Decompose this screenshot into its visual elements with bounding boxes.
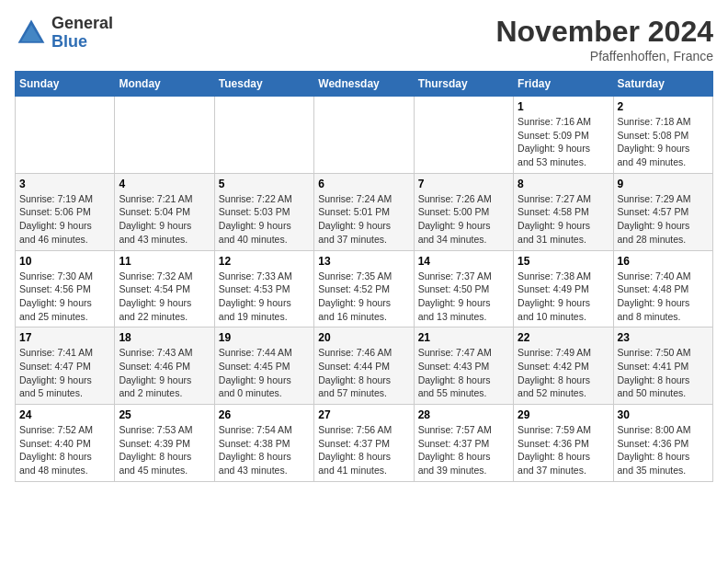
calendar-cell: 12Sunrise: 7:33 AM Sunset: 4:53 PM Dayli… — [214, 250, 313, 327]
header-thursday: Thursday — [414, 72, 513, 97]
calendar-cell: 10Sunrise: 7:30 AM Sunset: 4:56 PM Dayli… — [16, 250, 115, 327]
calendar-cell — [214, 97, 313, 174]
day-info: Sunrise: 7:30 AM Sunset: 4:56 PM Dayligh… — [19, 270, 110, 324]
day-info: Sunrise: 7:21 AM Sunset: 5:04 PM Dayligh… — [119, 192, 210, 247]
day-number: 11 — [119, 255, 210, 268]
day-info: Sunrise: 7:40 AM Sunset: 4:48 PM Dayligh… — [618, 270, 709, 324]
weekday-header-row: SundayMondayTuesdayWednesdayThursdayFrid… — [16, 72, 713, 97]
calendar-cell: 29Sunrise: 7:59 AM Sunset: 4:36 PM Dayli… — [514, 405, 613, 482]
day-info: Sunrise: 7:38 AM Sunset: 4:49 PM Dayligh… — [518, 270, 609, 324]
day-number: 23 — [618, 331, 709, 344]
day-info: Sunrise: 7:33 AM Sunset: 4:53 PM Dayligh… — [219, 270, 310, 324]
day-number: 22 — [518, 331, 609, 344]
title-block: November 2024 Pfaffenhoffen, France — [495, 15, 713, 63]
day-info: Sunrise: 7:37 AM Sunset: 4:50 PM Dayligh… — [418, 270, 509, 324]
header-monday: Monday — [115, 72, 214, 97]
logo-blue: Blue — [51, 33, 113, 52]
day-info: Sunrise: 7:22 AM Sunset: 5:03 PM Dayligh… — [219, 192, 310, 247]
day-number: 27 — [318, 408, 409, 421]
day-number: 25 — [119, 408, 210, 421]
day-info: Sunrise: 7:47 AM Sunset: 4:43 PM Dayligh… — [418, 346, 509, 400]
day-number: 13 — [318, 255, 409, 268]
day-number: 19 — [219, 331, 310, 344]
day-number: 16 — [618, 255, 709, 268]
calendar: SundayMondayTuesdayWednesdayThursdayFrid… — [15, 71, 713, 482]
logo-general: General — [51, 15, 113, 33]
week-row-1: 1Sunrise: 7:16 AM Sunset: 5:09 PM Daylig… — [16, 97, 713, 174]
day-number: 5 — [219, 178, 310, 190]
calendar-cell: 11Sunrise: 7:32 AM Sunset: 4:54 PM Dayli… — [115, 250, 214, 327]
day-number: 1 — [518, 100, 609, 113]
week-row-4: 17Sunrise: 7:41 AM Sunset: 4:47 PM Dayli… — [16, 327, 713, 405]
day-info: Sunrise: 7:27 AM Sunset: 4:58 PM Dayligh… — [518, 192, 609, 247]
day-info: Sunrise: 7:56 AM Sunset: 4:37 PM Dayligh… — [318, 423, 409, 477]
day-number: 17 — [19, 331, 110, 344]
calendar-cell: 27Sunrise: 7:56 AM Sunset: 4:37 PM Dayli… — [314, 405, 414, 482]
header-saturday: Saturday — [613, 72, 712, 97]
calendar-cell: 18Sunrise: 7:43 AM Sunset: 4:46 PM Dayli… — [115, 327, 214, 405]
day-number: 8 — [518, 178, 609, 190]
header-sunday: Sunday — [16, 72, 115, 97]
day-info: Sunrise: 7:35 AM Sunset: 4:52 PM Dayligh… — [318, 270, 409, 324]
day-number: 9 — [618, 178, 709, 190]
header-tuesday: Tuesday — [214, 72, 313, 97]
day-number: 24 — [19, 408, 110, 421]
calendar-cell: 8Sunrise: 7:27 AM Sunset: 4:58 PM Daylig… — [514, 173, 613, 250]
calendar-cell: 3Sunrise: 7:19 AM Sunset: 5:06 PM Daylig… — [16, 173, 115, 250]
day-number: 3 — [19, 178, 110, 190]
calendar-cell: 22Sunrise: 7:49 AM Sunset: 4:42 PM Dayli… — [514, 327, 613, 405]
day-info: Sunrise: 7:24 AM Sunset: 5:01 PM Dayligh… — [318, 192, 409, 247]
calendar-cell: 28Sunrise: 7:57 AM Sunset: 4:37 PM Dayli… — [414, 405, 513, 482]
calendar-cell: 1Sunrise: 7:16 AM Sunset: 5:09 PM Daylig… — [514, 97, 613, 174]
calendar-cell — [314, 97, 414, 174]
day-info: Sunrise: 7:44 AM Sunset: 4:45 PM Dayligh… — [219, 346, 310, 400]
calendar-cell: 25Sunrise: 7:53 AM Sunset: 4:39 PM Dayli… — [115, 405, 214, 482]
day-number: 7 — [418, 178, 509, 190]
day-info: Sunrise: 7:53 AM Sunset: 4:39 PM Dayligh… — [119, 423, 210, 477]
calendar-cell: 4Sunrise: 7:21 AM Sunset: 5:04 PM Daylig… — [115, 173, 214, 250]
logo-text: General Blue — [51, 15, 113, 52]
week-row-2: 3Sunrise: 7:19 AM Sunset: 5:06 PM Daylig… — [16, 173, 713, 250]
header-wednesday: Wednesday — [314, 72, 414, 97]
calendar-cell: 5Sunrise: 7:22 AM Sunset: 5:03 PM Daylig… — [214, 173, 313, 250]
day-number: 20 — [318, 331, 409, 344]
calendar-cell — [115, 97, 214, 174]
day-info: Sunrise: 7:16 AM Sunset: 5:09 PM Dayligh… — [518, 115, 609, 169]
location: Pfaffenhoffen, France — [495, 49, 713, 63]
day-number: 6 — [318, 178, 409, 190]
day-number: 21 — [418, 331, 509, 344]
calendar-cell: 2Sunrise: 7:18 AM Sunset: 5:08 PM Daylig… — [613, 97, 712, 174]
day-number: 29 — [518, 408, 609, 421]
calendar-cell: 9Sunrise: 7:29 AM Sunset: 4:57 PM Daylig… — [613, 173, 712, 250]
day-info: Sunrise: 7:46 AM Sunset: 4:44 PM Dayligh… — [318, 346, 409, 400]
day-number: 26 — [219, 408, 310, 421]
calendar-cell: 6Sunrise: 7:24 AM Sunset: 5:01 PM Daylig… — [314, 173, 414, 250]
calendar-cell: 21Sunrise: 7:47 AM Sunset: 4:43 PM Dayli… — [414, 327, 513, 405]
calendar-cell: 17Sunrise: 7:41 AM Sunset: 4:47 PM Dayli… — [16, 327, 115, 405]
day-number: 14 — [418, 255, 509, 268]
day-number: 2 — [618, 100, 709, 113]
day-info: Sunrise: 7:32 AM Sunset: 4:54 PM Dayligh… — [119, 270, 210, 324]
calendar-cell: 20Sunrise: 7:46 AM Sunset: 4:44 PM Dayli… — [314, 327, 414, 405]
day-info: Sunrise: 7:29 AM Sunset: 4:57 PM Dayligh… — [618, 192, 709, 247]
header-friday: Friday — [514, 72, 613, 97]
day-info: Sunrise: 7:26 AM Sunset: 5:00 PM Dayligh… — [418, 192, 509, 247]
day-number: 30 — [618, 408, 709, 421]
month-title: November 2024 — [495, 15, 713, 49]
calendar-cell: 19Sunrise: 7:44 AM Sunset: 4:45 PM Dayli… — [214, 327, 313, 405]
calendar-cell: 24Sunrise: 7:52 AM Sunset: 4:40 PM Dayli… — [16, 405, 115, 482]
week-row-5: 24Sunrise: 7:52 AM Sunset: 4:40 PM Dayli… — [16, 405, 713, 482]
calendar-cell — [16, 97, 115, 174]
day-info: Sunrise: 7:59 AM Sunset: 4:36 PM Dayligh… — [518, 423, 609, 477]
calendar-cell: 30Sunrise: 8:00 AM Sunset: 4:36 PM Dayli… — [613, 405, 712, 482]
calendar-cell: 14Sunrise: 7:37 AM Sunset: 4:50 PM Dayli… — [414, 250, 513, 327]
day-number: 15 — [518, 255, 609, 268]
day-info: Sunrise: 7:52 AM Sunset: 4:40 PM Dayligh… — [19, 423, 110, 477]
calendar-cell: 16Sunrise: 7:40 AM Sunset: 4:48 PM Dayli… — [613, 250, 712, 327]
week-row-3: 10Sunrise: 7:30 AM Sunset: 4:56 PM Dayli… — [16, 250, 713, 327]
calendar-cell: 13Sunrise: 7:35 AM Sunset: 4:52 PM Dayli… — [314, 250, 414, 327]
day-info: Sunrise: 8:00 AM Sunset: 4:36 PM Dayligh… — [618, 423, 709, 477]
day-info: Sunrise: 7:49 AM Sunset: 4:42 PM Dayligh… — [518, 346, 609, 400]
logo-icon — [15, 17, 48, 50]
logo: General Blue — [15, 15, 113, 52]
